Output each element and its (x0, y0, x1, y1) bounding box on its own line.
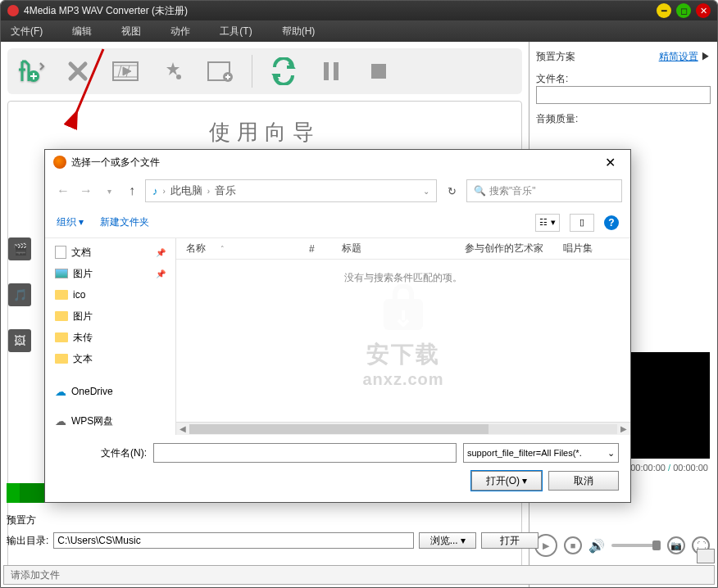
close-button[interactable]: ✕ (696, 3, 711, 18)
menu-action[interactable]: 动作 (170, 25, 190, 38)
tree-item[interactable]: 图片 (45, 305, 175, 327)
menubar: 文件(F) 编辑 视图 动作 工具(T) 帮助(H) (1, 20, 717, 42)
svg-rect-7 (371, 64, 386, 79)
audio-quality-label: 音频质量: (536, 112, 711, 126)
pin-icon: 📌 (156, 248, 166, 257)
dialog-icon (53, 156, 66, 169)
output-dir-input[interactable] (53, 532, 414, 549)
music-icon: ♪ (152, 185, 158, 197)
horizontal-scrollbar[interactable]: ◀ ▶ (176, 422, 630, 435)
wizard-title: 使用向导 (8, 118, 521, 147)
menu-file[interactable]: 文件(F) (11, 25, 43, 38)
status-bar: 请添加文件 (3, 565, 715, 585)
filename-field[interactable] (153, 443, 457, 463)
side-tabs: 🎬 🎵 🖼 (8, 237, 31, 352)
sort-arrow-icon: ˄ (220, 245, 225, 253)
nav-up-button[interactable]: ↑ (122, 183, 142, 198)
convert-button[interactable] (267, 55, 300, 88)
open-dir-button[interactable]: 打开 (481, 532, 538, 549)
preset-label: 预置方案 (536, 50, 575, 64)
side-tab-audio[interactable]: 🎵 (8, 283, 31, 306)
effects-button[interactable] (157, 55, 189, 88)
pause-button[interactable] (315, 55, 348, 88)
document-icon (55, 246, 66, 259)
stop-playback-button[interactable]: ■ (564, 536, 582, 554)
open-button[interactable]: 打开(O) ▾ (471, 471, 542, 491)
organize-menu[interactable]: 组织 ▾ (57, 215, 84, 229)
folder-icon (55, 290, 68, 300)
svg-rect-5 (324, 62, 329, 80)
snapshot-button[interactable]: 📷 (667, 536, 685, 554)
clip-button[interactable] (109, 55, 142, 88)
col-number[interactable]: # (299, 243, 332, 255)
folder-icon (55, 354, 68, 364)
tree-item[interactable]: 文档📌 (45, 242, 175, 263)
cancel-button[interactable]: 取消 (548, 471, 619, 491)
tree-item-wps[interactable]: ☁WPS网盘 (45, 410, 175, 432)
help-button[interactable]: ? (604, 215, 619, 230)
minimize-button[interactable]: ━ (657, 3, 671, 18)
nav-recent-button[interactable]: ▾ (99, 187, 119, 196)
side-tab-video[interactable]: 🎬 (8, 237, 31, 260)
filename-label: 文件名: (536, 72, 711, 86)
menu-edit[interactable]: 编辑 (72, 25, 92, 38)
toolbar (7, 48, 522, 94)
tree-item-onedrive[interactable]: ☁OneDrive (45, 381, 175, 402)
breadcrumb[interactable]: ♪ › 此电脑 › 音乐 ⌄ (145, 179, 437, 202)
maximize-button[interactable]: ◻ (676, 3, 691, 18)
col-album[interactable]: 唱片集 (553, 242, 602, 256)
delete-button[interactable] (61, 55, 94, 88)
svg-rect-6 (334, 62, 339, 80)
file-filter-dropdown[interactable]: support_file_filter=All Files(*.⌄ (463, 443, 619, 463)
tree-item[interactable]: 未传 (45, 327, 175, 348)
browse-button[interactable]: 浏览... ▾ (419, 532, 476, 549)
cloud-icon: ☁ (55, 385, 66, 398)
col-name[interactable]: 名称˄ (176, 242, 299, 256)
col-artist[interactable]: 参与创作的艺术家 (455, 242, 553, 256)
stop-button[interactable] (362, 55, 395, 88)
folder-icon (55, 332, 68, 342)
svg-point-2 (176, 75, 181, 79)
settings-toggle[interactable]: 精简设置 (659, 51, 698, 62)
search-icon: 🔍 (474, 185, 486, 197)
filename-label: 文件名(N): (57, 446, 147, 460)
column-headers: 名称˄ # 标题 参与创作的艺术家 唱片集 (176, 238, 630, 260)
preview-pane-button[interactable]: ▯ (570, 214, 594, 232)
menu-view[interactable]: 视图 (121, 25, 141, 38)
nav-back-button[interactable]: ← (53, 183, 73, 198)
output-dir-label: 输出目录: (7, 534, 48, 548)
add-clip-button[interactable] (204, 55, 237, 88)
titlebar: 4Media MP3 WAV Converter (未注册) ━ ◻ ✕ (1, 1, 717, 20)
search-input[interactable]: 🔍 搜索"音乐" (466, 179, 622, 202)
svg-rect-9 (384, 299, 423, 330)
col-title[interactable]: 标题 (332, 242, 455, 256)
app-icon (7, 5, 19, 16)
nav-forward-button[interactable]: → (76, 183, 96, 198)
folder-icon (55, 311, 68, 321)
volume-slider[interactable] (611, 544, 661, 547)
menu-tools[interactable]: 工具(T) (220, 25, 252, 38)
side-tab-image[interactable]: 🖼 (8, 329, 31, 352)
folder-tree: 文档📌 图片📌 ico 图片 未传 文本 ☁OneDrive ☁WPS网盘 此电… (45, 238, 176, 435)
progress-indicator (697, 549, 715, 563)
menu-help[interactable]: 帮助(H) (282, 25, 316, 38)
time-display: 00:00:00 / 00:00:00 (630, 463, 708, 473)
tree-item[interactable]: 文本 (45, 348, 175, 369)
tree-item[interactable]: 图片📌 (45, 263, 175, 284)
empty-message: 没有与搜索条件匹配的项。 (344, 271, 462, 285)
volume-icon: 🔊 (588, 538, 605, 554)
file-open-dialog: 选择一个或多个文件 ✕ ← → ▾ ↑ ♪ › 此电脑 › 音乐 ⌄ ↻ 🔍 搜… (44, 149, 631, 503)
dialog-close-button[interactable]: ✕ (598, 155, 622, 170)
refresh-button[interactable]: ↻ (440, 185, 463, 197)
view-mode-button[interactable]: ☷ ▾ (535, 214, 560, 232)
bottom-preset-label: 预置方 (7, 513, 36, 527)
status-text: 请添加文件 (11, 568, 60, 582)
pin-icon: 📌 (156, 269, 166, 278)
filename-input[interactable] (536, 86, 711, 104)
new-folder-button[interactable]: 新建文件夹 (100, 215, 149, 229)
add-file-button[interactable] (14, 55, 47, 88)
window-title: 4Media MP3 WAV Converter (未注册) (24, 4, 188, 18)
tree-item[interactable]: ico (45, 284, 175, 305)
cloud-icon: ☁ (55, 414, 66, 427)
watermark: 安下载 anxz.com (362, 284, 443, 389)
